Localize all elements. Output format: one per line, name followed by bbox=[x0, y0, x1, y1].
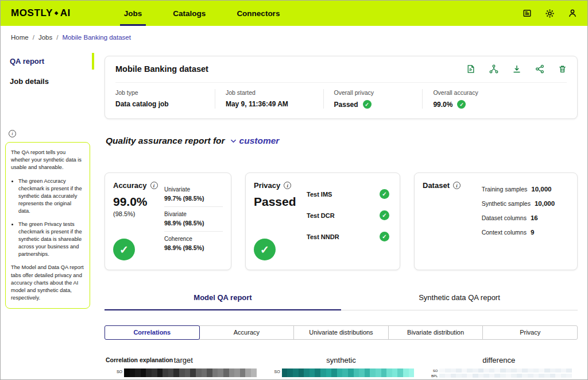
sidebar: QA report Job details i The QA report te… bbox=[1, 49, 96, 379]
info-icon[interactable]: i bbox=[150, 182, 158, 189]
test-dcr: Test DCR ✓ bbox=[307, 210, 389, 220]
qa-help-bullets: The green Accuracy checkmark is present … bbox=[11, 178, 84, 259]
metric-label: Coherence bbox=[164, 236, 223, 242]
heatmap-row: SO bbox=[272, 369, 415, 377]
workflow-icon[interactable] bbox=[489, 64, 498, 74]
test-label: Test DCR bbox=[307, 212, 335, 219]
metric-bivariate: Bivariate 98.9% (98.5%) bbox=[164, 206, 223, 231]
heatmap-row: SO bbox=[429, 369, 572, 373]
heatmap-row-label: SO bbox=[114, 369, 124, 377]
breadcrumb: Home / Jobs / Mobile Banking dataset bbox=[1, 26, 587, 49]
news-icon[interactable] bbox=[523, 9, 532, 18]
nav-item-connectors[interactable]: Connectors bbox=[221, 1, 295, 26]
download-icon[interactable] bbox=[512, 64, 521, 74]
field-value: Passed ✓ bbox=[334, 100, 415, 109]
field-label: Overall accuracy bbox=[433, 89, 559, 96]
breadcrumb-current: Mobile Banking dataset bbox=[62, 34, 131, 41]
qa-report-heading: Quality assurance report for customer bbox=[106, 136, 577, 146]
delete-icon[interactable] bbox=[558, 64, 567, 74]
check-icon: ✓ bbox=[113, 239, 135, 260]
share-icon[interactable] bbox=[535, 64, 544, 74]
heatmap-cells bbox=[282, 369, 415, 377]
heatmap-difference: SO BPL bbox=[420, 369, 578, 379]
topbar-icons bbox=[523, 9, 577, 18]
check-icon: ✓ bbox=[457, 100, 466, 109]
breadcrumb-jobs[interactable]: Jobs bbox=[38, 34, 52, 41]
field-overall-privacy: Overall privacy Passed ✓ bbox=[323, 89, 423, 109]
report-edit-icon[interactable] bbox=[466, 64, 475, 74]
test-nndr: Test NNDR ✓ bbox=[307, 232, 389, 241]
metric-label: Bivariate bbox=[164, 211, 223, 217]
subtab-univariate-distributions[interactable]: Univariate distributions bbox=[293, 325, 389, 340]
accuracy-metrics: Univariate 99.7% (98.5%) Bivariate 98.9%… bbox=[164, 182, 223, 260]
privacy-tests: Test IMS ✓ Test DCR ✓ Test NNDR ✓ bbox=[307, 189, 392, 260]
breadcrumb-separator: / bbox=[56, 34, 58, 41]
gear-icon[interactable] bbox=[545, 9, 555, 18]
heatmap-synthetic: SO bbox=[262, 369, 420, 379]
dataset-row-value: 9 bbox=[531, 229, 534, 236]
brand-dot-icon: ◆ bbox=[55, 10, 59, 16]
heatmap-title-synthetic: synthetic bbox=[262, 355, 420, 364]
subject-selector[interactable]: customer bbox=[230, 136, 280, 146]
qa-help-note: The QA report tells you whether your syn… bbox=[5, 142, 90, 309]
nav-item-jobs[interactable]: Jobs bbox=[109, 1, 158, 26]
qa-help-bullet: The green Accuracy checkmark is present … bbox=[18, 178, 84, 216]
dataset-row-label: Dataset columns bbox=[482, 214, 527, 221]
heatmap-row-label: SO bbox=[429, 369, 439, 373]
heatmap-target: SO bbox=[105, 369, 262, 379]
privacy-card-title: Privacy bbox=[254, 181, 280, 190]
brand-logo[interactable]: MOSTLY ◆ AI bbox=[11, 7, 71, 19]
active-indicator-bar bbox=[92, 53, 94, 70]
tab-model-qa-report[interactable]: Model QA report bbox=[105, 286, 341, 310]
breadcrumb-home[interactable]: Home bbox=[11, 34, 29, 41]
correlation-explanation-label: Correlation explanation bbox=[106, 356, 173, 363]
info-icon[interactable]: i bbox=[453, 182, 461, 189]
test-label: Test IMS bbox=[307, 191, 332, 198]
report-subtabs: Correlations Accuracy Univariate distrib… bbox=[105, 325, 578, 340]
heatmap-cells bbox=[439, 369, 572, 373]
check-icon: ✓ bbox=[363, 100, 372, 109]
accuracy-card: Accuracy i 99.0% (98.5%) ✓ Univariate 99… bbox=[105, 172, 231, 270]
metric-univariate: Univariate 99.7% (98.5%) bbox=[164, 182, 223, 206]
metric-label: Univariate bbox=[164, 186, 223, 193]
subtab-accuracy[interactable]: Accuracy bbox=[199, 325, 295, 340]
qa-help-bullet: The green Privacy tests checkmark is pre… bbox=[18, 221, 84, 259]
info-icon[interactable]: i bbox=[9, 130, 16, 137]
tab-synthetic-data-qa-report[interactable]: Synthetic data QA report bbox=[341, 286, 578, 310]
test-label: Test NNDR bbox=[307, 233, 339, 240]
subtab-correlations[interactable]: Correlations bbox=[105, 325, 200, 340]
check-icon: ✓ bbox=[380, 189, 389, 199]
brand-logo-right: AI bbox=[60, 7, 71, 19]
sidebar-item-label: Job details bbox=[10, 77, 49, 86]
job-actions bbox=[466, 64, 567, 74]
heatmap-row: BPL bbox=[429, 374, 572, 378]
field-overall-accuracy: Overall accuracy 99.0% ✓ bbox=[422, 89, 567, 109]
sidebar-item-job-details[interactable]: Job details bbox=[1, 71, 96, 91]
dataset-rows: Training samples 10,000 Synthetic sample… bbox=[473, 181, 569, 260]
dataset-row: Synthetic samples 10,000 bbox=[482, 200, 566, 207]
dataset-row-label: Synthetic samples bbox=[482, 200, 531, 207]
breadcrumb-separator: / bbox=[33, 34, 34, 41]
metric-value: 99.7% (98.5%) bbox=[164, 195, 223, 202]
dataset-row-label: Context columns bbox=[482, 229, 527, 236]
field-job-started: Job started May 9, 11:36:49 AM bbox=[215, 89, 323, 109]
heatmap-row: SO bbox=[114, 369, 257, 377]
job-summary-card: Mobile Banking dataset bbox=[105, 56, 578, 119]
subtab-privacy[interactable]: Privacy bbox=[482, 325, 578, 340]
nav-item-catalogs[interactable]: Catalogs bbox=[157, 1, 221, 26]
subtab-bivariate-distribution[interactable]: Bivariate distribution bbox=[388, 325, 483, 340]
info-icon[interactable]: i bbox=[284, 182, 291, 189]
correlation-section: Correlation explanation target synthetic… bbox=[105, 355, 578, 379]
privacy-status: Passed bbox=[254, 195, 307, 209]
subject-selector-value: customer bbox=[239, 136, 280, 146]
dataset-row-label: Training samples bbox=[482, 186, 528, 193]
heatmap-row-label: SO bbox=[272, 369, 282, 377]
sidebar-item-qa-report[interactable]: QA report bbox=[1, 51, 96, 71]
dataset-card: Dataset i Training samples 10,000 Synthe… bbox=[414, 172, 578, 270]
dataset-row-value: 10,000 bbox=[531, 186, 551, 193]
field-value: May 9, 11:36:49 AM bbox=[226, 100, 315, 108]
user-icon[interactable] bbox=[568, 9, 577, 18]
privacy-status-text: Passed bbox=[334, 101, 358, 109]
brand-logo-left: MOSTLY bbox=[11, 7, 53, 19]
qa-help-intro: The QA report tells you whether your syn… bbox=[11, 149, 84, 172]
